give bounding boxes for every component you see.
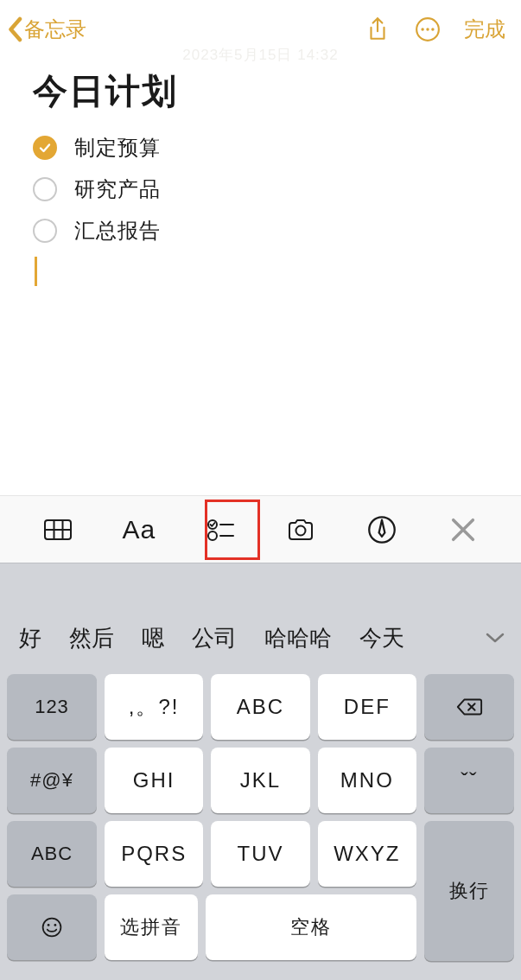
share-button[interactable] — [357, 9, 398, 50]
dismiss-keyboard-button[interactable] — [437, 507, 489, 552]
checkbox-unchecked[interactable] — [33, 219, 57, 243]
key-latin-abc[interactable]: ABC — [7, 821, 97, 887]
share-icon — [365, 16, 391, 42]
suggestion-row: 好 然后 嗯 公司 哈哈哈 今天 — [0, 608, 521, 667]
markup-icon — [367, 515, 397, 544]
key-emoji[interactable] — [7, 894, 97, 960]
checklist-row[interactable]: 汇总报告 — [33, 210, 488, 251]
suggestion-item[interactable]: 今天 — [354, 623, 410, 653]
key-pqrs[interactable]: PQRS — [105, 821, 203, 887]
svg-point-1 — [421, 28, 423, 30]
key-mno[interactable]: MNO — [318, 748, 416, 813]
suggestion-item[interactable]: 好 — [14, 623, 47, 653]
markup-button[interactable] — [356, 507, 408, 552]
note-body[interactable]: 今日计划 制定预算 研究产品 汇总报告 — [0, 59, 521, 286]
table-icon — [43, 515, 73, 544]
svg-point-2 — [426, 28, 429, 30]
key-abc[interactable]: ABC — [211, 674, 309, 740]
back-button[interactable]: 备忘录 — [7, 16, 86, 43]
svg-point-3 — [431, 28, 434, 30]
key-enter[interactable]: 换行 — [424, 821, 514, 961]
top-nav: 备忘录 完成 — [0, 0, 521, 59]
checklist-item-label[interactable]: 研究产品 — [74, 175, 161, 203]
key-jkl[interactable]: JKL — [211, 748, 309, 813]
checkbox-checked[interactable] — [33, 136, 57, 160]
checklist-button[interactable] — [194, 507, 246, 552]
collapse-suggestions-button[interactable] — [480, 622, 511, 653]
svg-point-10 — [208, 531, 217, 540]
text-style-button[interactable]: Aa — [113, 507, 165, 552]
checklist-item-label[interactable]: 汇总报告 — [74, 217, 161, 245]
ellipsis-circle-icon — [415, 16, 441, 42]
table-button[interactable] — [32, 507, 84, 552]
note-title[interactable]: 今日计划 — [33, 67, 488, 115]
key-select-pinyin[interactable]: 选拼音 — [105, 894, 198, 960]
key-delete[interactable] — [424, 674, 514, 740]
key-123[interactable]: 123 — [7, 674, 97, 740]
svg-point-15 — [48, 924, 50, 926]
key-grid: 123 ,。?! ABC DEF #@¥ GHI JKL MNO ˇˇ ABC — [0, 667, 521, 970]
back-label: 备忘录 — [24, 16, 86, 43]
format-toolbar: Aa — [0, 495, 521, 563]
checklist-row[interactable]: 制定预算 — [33, 127, 488, 169]
chevron-down-icon — [486, 632, 505, 644]
camera-button[interactable] — [275, 507, 327, 552]
key-tuv[interactable]: TUV — [211, 821, 309, 887]
checklist-row[interactable]: 研究产品 — [33, 169, 488, 210]
key-def[interactable]: DEF — [318, 674, 416, 740]
close-icon — [448, 515, 478, 544]
suggestion-item[interactable]: 然后 — [64, 623, 119, 653]
svg-point-14 — [43, 919, 61, 937]
svg-point-12 — [296, 525, 306, 535]
svg-point-16 — [54, 924, 57, 926]
delete-icon — [455, 696, 483, 718]
checkmark-icon — [38, 141, 52, 155]
chevron-left-icon — [7, 16, 22, 42]
suggestion-item[interactable]: 嗯 — [137, 623, 169, 653]
suggestion-item[interactable]: 哈哈哈 — [259, 623, 337, 653]
key-space[interactable]: 空格 — [206, 894, 416, 960]
key-punct[interactable]: ,。?! — [105, 674, 203, 740]
more-button[interactable] — [407, 9, 448, 50]
key-wxyz[interactable]: WXYZ — [318, 821, 416, 887]
keyboard: 好 然后 嗯 公司 哈哈哈 今天 123 ,。?! ABC DEF — [0, 563, 521, 980]
key-symbols[interactable]: #@¥ — [7, 748, 97, 813]
checklist-item-label[interactable]: 制定预算 — [74, 134, 161, 162]
checklist-icon — [206, 515, 235, 544]
key-tone[interactable]: ˇˇ — [424, 748, 514, 813]
emoji-icon — [38, 916, 66, 939]
checkbox-unchecked[interactable] — [33, 177, 57, 201]
key-ghi[interactable]: GHI — [105, 748, 203, 813]
camera-icon — [286, 515, 315, 544]
done-button[interactable]: 完成 — [464, 16, 505, 43]
suggestion-item[interactable]: 公司 — [187, 623, 242, 653]
text-cursor — [35, 257, 37, 286]
